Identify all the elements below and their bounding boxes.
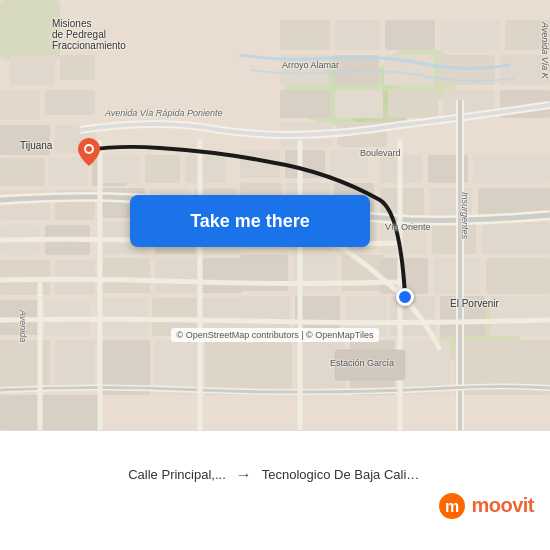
svg-rect-72 [482,222,550,254]
svg-rect-83 [505,20,550,50]
svg-rect-4 [0,0,60,60]
svg-rect-12 [0,158,45,186]
origin-marker [78,138,100,160]
svg-point-98 [86,146,92,152]
svg-rect-90 [335,90,383,118]
svg-rect-70 [380,222,426,254]
svg-rect-36 [155,258,197,293]
svg-rect-79 [280,20,330,50]
svg-rect-37 [200,258,242,293]
svg-rect-80 [335,20,380,50]
svg-rect-82 [440,20,500,50]
route-arrow-icon: → [236,466,252,484]
svg-rect-24 [55,340,95,390]
svg-rect-26 [100,155,140,183]
route-info: Calle Principal,... → Tecnologico De Baj… [0,458,550,492]
svg-rect-66 [473,155,550,183]
osm-credit: © OpenStreetMap contributors | © OpenMap… [0,328,550,342]
svg-rect-59 [240,340,292,395]
svg-rect-81 [385,20,435,50]
svg-rect-88 [500,55,550,85]
svg-rect-44 [240,150,280,178]
svg-rect-35 [100,258,150,293]
bottom-bar: Calle Principal,... → Tecnologico De Baj… [0,430,550,550]
svg-rect-68 [430,188,472,218]
take-me-there-button[interactable]: Take me there [130,195,370,247]
svg-rect-89 [280,90,330,118]
destination-marker [396,288,414,306]
svg-rect-9 [45,90,95,115]
svg-rect-46 [330,150,368,178]
svg-rect-71 [432,222,476,254]
svg-rect-96 [335,350,405,380]
moovit-icon: m [438,492,466,520]
svg-rect-10 [0,125,50,155]
svg-rect-45 [285,150,325,178]
svg-rect-27 [145,155,180,183]
svg-rect-28 [185,155,225,183]
svg-rect-6 [10,55,55,85]
svg-rect-75 [486,258,550,294]
route-to-label: Tecnologico De Baja California C... [262,467,422,482]
svg-text:m: m [445,498,459,515]
svg-rect-91 [388,90,438,118]
route-from-label: Calle Principal,... [128,467,226,482]
moovit-logo-text: moovit [471,494,534,517]
map-container: Misiones de Pedregal Fraccionamiento Tij… [0,0,550,430]
app-container: Misiones de Pedregal Fraccionamiento Tij… [0,0,550,550]
svg-rect-7 [60,55,95,80]
moovit-logo-bar: m moovit [0,492,550,524]
svg-rect-8 [0,90,40,120]
svg-rect-25 [0,395,100,430]
